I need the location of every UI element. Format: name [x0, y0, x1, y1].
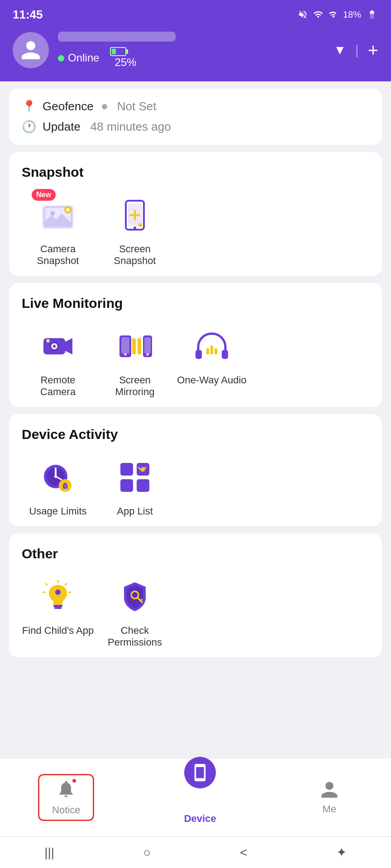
device-phone-icon	[191, 763, 210, 782]
svg-rect-28	[196, 350, 202, 359]
battery-status-icon	[366, 9, 378, 19]
mute-icon	[298, 9, 308, 19]
header-info: Online 25%	[58, 32, 324, 69]
svg-rect-30	[206, 348, 209, 354]
update-value: 48 minutes ago	[91, 120, 171, 134]
notice-label: Notice	[52, 804, 80, 816]
info-card: 📍 Geofence Not Set 🕐 Update 48 minutes a…	[9, 89, 382, 145]
me-label: Me	[323, 803, 337, 815]
svg-point-43	[141, 467, 145, 472]
nav-device[interactable]: Device	[171, 766, 230, 829]
usage-limits-label: Usage Limits	[29, 505, 86, 517]
status-time: 11:45	[13, 8, 43, 22]
screen-snapshot-item[interactable]: Screen Snapshot	[99, 193, 171, 267]
geofence-row: 📍 Geofence Not Set	[22, 99, 369, 113]
home-button[interactable]: ○	[130, 841, 165, 864]
snapshot-grid: New Camera Snapshot	[22, 193, 369, 267]
screen-mirroring-item[interactable]: Screen Mirroring	[99, 324, 171, 398]
remote-camera-item[interactable]: Remote Camera	[22, 324, 94, 398]
check-permissions-icon	[117, 579, 153, 615]
svg-point-12	[138, 223, 142, 227]
battery-level: 25%	[114, 56, 136, 68]
svg-point-27	[147, 354, 149, 356]
find-app-icon-wrap	[35, 574, 81, 619]
menu-button[interactable]: |||	[31, 841, 68, 864]
svg-rect-31	[210, 345, 213, 354]
svg-point-9	[134, 226, 136, 229]
svg-rect-45	[137, 479, 149, 492]
device-activity-title: Device Activity	[22, 427, 369, 442]
find-childs-app-item[interactable]: Find Child's App	[22, 574, 94, 648]
svg-rect-6	[67, 208, 69, 212]
check-permissions-label: Check Permissions	[99, 625, 171, 648]
dropdown-icon[interactable]: ▼	[334, 43, 346, 57]
one-way-audio-icon-wrap	[189, 324, 234, 369]
app-list-icon-wrap	[112, 455, 157, 500]
avatar	[13, 32, 49, 68]
signal-icon	[329, 9, 339, 19]
other-section: Other	[9, 533, 382, 657]
svg-rect-44	[120, 479, 133, 492]
usage-limits-item[interactable]: Usage Limits	[22, 455, 94, 517]
geofence-label: Geofence	[43, 99, 94, 113]
one-way-audio-item[interactable]: One-Way Audio	[176, 324, 248, 398]
one-way-audio-icon	[194, 328, 230, 364]
live-monitoring-section: Live Monitoring Remote Camera	[9, 283, 382, 407]
android-nav: ||| ○ < ✦	[0, 836, 391, 868]
svg-point-3	[50, 211, 55, 216]
svg-rect-23	[132, 338, 136, 354]
divider: |	[355, 42, 359, 58]
screen-mirroring-icon-wrap	[112, 324, 157, 369]
one-way-audio-label: One-Way Audio	[177, 374, 246, 386]
svg-rect-19	[47, 340, 49, 341]
nav-notice[interactable]: Notice	[38, 774, 94, 821]
new-badge: New	[32, 189, 56, 201]
svg-marker-17	[65, 338, 72, 354]
back-button[interactable]: <	[226, 841, 261, 864]
live-monitoring-grid: Remote Camera	[22, 324, 369, 398]
camera-snapshot-label: Camera Snapshot	[22, 243, 94, 267]
usage-limits-icon-wrap	[35, 455, 81, 500]
other-title: Other	[22, 546, 369, 561]
live-monitoring-title: Live Monitoring	[22, 296, 369, 311]
svg-point-16	[53, 345, 56, 348]
device-activity-grid: Usage Limits App List	[22, 455, 369, 517]
remote-camera-icon-wrap	[35, 324, 81, 369]
battery-percent: 18%	[343, 9, 361, 20]
bottom-nav: Notice Device Me	[0, 758, 391, 836]
svg-rect-26	[144, 337, 151, 354]
add-button[interactable]: +	[368, 40, 378, 61]
svg-point-37	[54, 475, 57, 478]
not-set-dot	[102, 104, 107, 109]
svg-rect-41	[120, 463, 133, 476]
online-dot	[58, 55, 64, 61]
header: Online 25% ▼ | +	[0, 27, 391, 81]
geofence-icon: 📍	[22, 99, 36, 113]
nav-me[interactable]: Me	[306, 775, 353, 820]
svg-point-54	[55, 590, 61, 595]
other-grid: Find Child's App Check Permissions	[22, 574, 369, 648]
battery-fill	[112, 49, 115, 54]
notice-badge-dot	[72, 778, 77, 783]
svg-rect-29	[222, 350, 228, 359]
battery-box	[110, 47, 126, 56]
camera-snapshot-item[interactable]: New Camera Snapshot	[22, 193, 94, 267]
device-name-bar	[58, 32, 176, 42]
screen-snapshot-icon-wrap	[112, 193, 157, 238]
update-row: 🕐 Update 48 minutes ago	[22, 120, 369, 134]
check-permissions-icon-wrap	[112, 574, 157, 619]
svg-rect-47	[53, 605, 62, 607]
find-app-icon	[40, 579, 76, 615]
screen-snapshot-label: Screen Snapshot	[99, 243, 171, 267]
app-list-label: App List	[117, 505, 153, 517]
check-permissions-item[interactable]: Check Permissions	[99, 574, 171, 648]
header-status: Online 25%	[58, 47, 324, 69]
app-list-item[interactable]: App List	[99, 455, 171, 517]
me-person-icon	[319, 780, 339, 800]
remote-camera-icon	[40, 328, 76, 364]
screen-mirroring-label: Screen Mirroring	[99, 374, 171, 398]
device-label: Device	[184, 813, 216, 825]
snapshot-title: Snapshot	[22, 165, 369, 180]
recent-button[interactable]: ✦	[323, 840, 360, 864]
svg-rect-21	[121, 337, 129, 354]
